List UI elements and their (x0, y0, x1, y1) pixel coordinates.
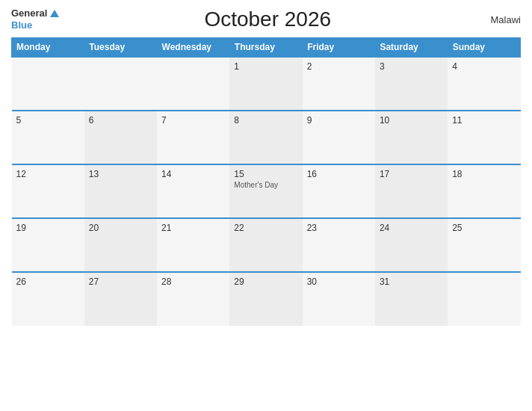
calendar-week-3: 12131415Mother's Day161718 (12, 164, 521, 218)
day-number: 11 (452, 115, 516, 126)
calendar-cell (12, 57, 84, 111)
logo-blue: Blue (11, 19, 32, 31)
header-saturday: Saturday (375, 38, 448, 58)
header-tuesday: Tuesday (84, 38, 157, 58)
calendar-week-2: 567891011 (12, 111, 521, 164)
day-number: 9 (307, 115, 371, 126)
calendar-cell: 5 (12, 111, 84, 164)
calendar-cell: 18 (448, 164, 520, 218)
day-number: 28 (161, 276, 225, 287)
day-number: 22 (234, 223, 297, 233)
calendar-cell: 10 (375, 111, 448, 164)
day-number: 12 (16, 169, 80, 179)
day-number: 30 (307, 276, 371, 287)
day-number: 23 (307, 223, 371, 233)
day-event: Mother's Day (234, 181, 297, 189)
day-number: 16 (307, 169, 371, 179)
country-label: Malawi (476, 14, 521, 25)
day-number: 7 (161, 115, 225, 126)
calendar-cell: 26 (12, 272, 84, 326)
calendar-cell: 16 (303, 164, 375, 218)
day-number: 29 (234, 276, 297, 287)
calendar-cell: 14 (157, 164, 229, 218)
header-friday: Friday (303, 38, 375, 58)
calendar-cell: 3 (375, 57, 448, 111)
calendar-cell: 28 (157, 272, 229, 326)
calendar-cell: 30 (303, 272, 375, 326)
day-number: 21 (161, 223, 225, 233)
calendar-page: General Blue October 2026 Malawi Monday … (0, 0, 532, 411)
calendar-cell: 31 (375, 272, 448, 326)
day-number: 10 (380, 115, 443, 126)
calendar-cell: 6 (84, 111, 157, 164)
day-number: 24 (380, 223, 443, 233)
header: General Blue October 2026 Malawi (11, 7, 521, 31)
day-number: 1 (234, 61, 297, 72)
calendar-cell: 4 (448, 57, 520, 111)
calendar-table: Monday Tuesday Wednesday Thursday Friday… (11, 37, 521, 326)
day-number: 2 (307, 61, 371, 72)
calendar-cell: 22 (229, 218, 302, 272)
calendar-cell: 29 (229, 272, 302, 326)
weekday-header-row: Monday Tuesday Wednesday Thursday Friday… (12, 38, 521, 58)
logo-general: General (11, 7, 47, 19)
calendar-cell (448, 272, 520, 326)
day-number: 15 (234, 169, 297, 179)
calendar-cell: 21 (157, 218, 229, 272)
calendar-week-1: 1234 (12, 57, 521, 111)
calendar-cell: 7 (157, 111, 229, 164)
calendar-cell: 19 (12, 218, 84, 272)
day-number: 20 (89, 223, 152, 233)
day-number: 18 (452, 169, 516, 179)
day-number: 4 (452, 61, 516, 72)
day-number: 14 (161, 169, 225, 179)
day-number: 5 (16, 115, 80, 126)
day-number: 26 (16, 276, 80, 287)
day-number: 6 (89, 115, 152, 126)
day-number: 17 (380, 169, 443, 179)
header-monday: Monday (12, 38, 84, 58)
header-sunday: Sunday (448, 38, 520, 58)
day-number: 8 (234, 115, 297, 126)
calendar-cell: 8 (229, 111, 302, 164)
header-thursday: Thursday (229, 38, 302, 58)
calendar-cell: 9 (303, 111, 375, 164)
calendar-cell: 11 (448, 111, 520, 164)
calendar-title: October 2026 (59, 7, 476, 31)
day-number: 25 (452, 223, 516, 233)
calendar-week-4: 19202122232425 (12, 218, 521, 272)
calendar-cell (84, 57, 157, 111)
calendar-cell: 24 (375, 218, 448, 272)
calendar-week-5: 262728293031 (12, 272, 521, 326)
calendar-cell: 1 (229, 57, 302, 111)
day-number: 13 (89, 169, 152, 179)
calendar-cell (157, 57, 229, 111)
calendar-cell: 2 (303, 57, 375, 111)
calendar-cell: 20 (84, 218, 157, 272)
day-number: 31 (380, 276, 443, 287)
logo-triangle-icon (50, 10, 59, 17)
day-number: 19 (16, 223, 80, 233)
day-number: 27 (89, 276, 152, 287)
header-wednesday: Wednesday (157, 38, 229, 58)
calendar-cell: 12 (12, 164, 84, 218)
day-number: 3 (380, 61, 443, 72)
calendar-cell: 25 (448, 218, 520, 272)
calendar-cell: 13 (84, 164, 157, 218)
calendar-cell: 17 (375, 164, 448, 218)
calendar-cell: 15Mother's Day (229, 164, 302, 218)
calendar-cell: 27 (84, 272, 157, 326)
logo: General Blue (11, 7, 59, 31)
calendar-cell: 23 (303, 218, 375, 272)
